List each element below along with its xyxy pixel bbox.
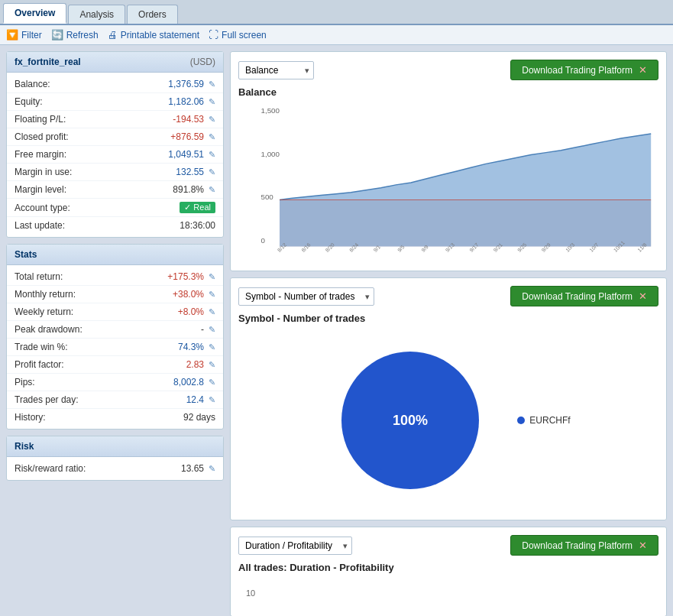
risk-card: Risk Risk/reward ratio: 13.65 ✎ xyxy=(6,436,224,481)
close-icon-trades[interactable]: ✕ xyxy=(639,290,647,302)
stat-row-floating-pl: Floating P/L: -194.53 ✎ xyxy=(7,111,223,128)
profitability-chart-card: Duration / Profitability Download Tradin… xyxy=(230,527,667,616)
stat-row-closed-profit: Closed profit: +876.59 ✎ xyxy=(7,128,223,146)
balance-chart-controls: Balance Equity Floating P/L Download Tra… xyxy=(238,60,658,80)
stat-row-margin-level: Margin level: 891.8% ✎ xyxy=(7,181,223,199)
filter-button[interactable]: 🔽 Filter xyxy=(6,29,42,41)
edit-icon-total-return[interactable]: ✎ xyxy=(209,272,215,282)
balance-select-wrapper: Balance Equity Floating P/L xyxy=(238,61,314,79)
edit-icon-weekly-return[interactable]: ✎ xyxy=(209,307,215,317)
tab-overview[interactable]: Overview xyxy=(3,3,66,24)
edit-icon-margin-use[interactable]: ✎ xyxy=(209,167,215,177)
trades-chart-controls: Symbol - Number of trades Download Tradi… xyxy=(238,286,658,306)
pie-chart-container: 100% EURCHFf xyxy=(238,329,658,512)
edit-icon-risk-reward[interactable]: ✎ xyxy=(209,464,215,474)
stat-row-monthly-return: Monthly return: +38.0% ✎ xyxy=(7,286,223,303)
edit-icon-trades-per-day[interactable]: ✎ xyxy=(209,395,215,405)
svg-text:1,000: 1,000 xyxy=(260,150,280,158)
stats-card: Stats Total return: +175.3% ✎ Monthly re… xyxy=(6,244,224,430)
close-icon-profitability[interactable]: ✕ xyxy=(639,540,647,551)
profitability-chart-controls: Duration / Profitability Download Tradin… xyxy=(238,535,658,556)
stat-row-pips: Pips: 8,002.8 ✎ xyxy=(7,374,223,391)
risk-card-body: Risk/reward ratio: 13.65 ✎ xyxy=(7,457,223,480)
toolbar: 🔽 Filter 🔄 Refresh 🖨 Printable statement… xyxy=(0,25,673,45)
printable-button[interactable]: 🖨 Printable statement xyxy=(108,29,199,41)
edit-icon-balance[interactable]: ✎ xyxy=(209,79,215,89)
svg-marker-5 xyxy=(280,134,651,246)
stat-row-history: History: 92 days xyxy=(7,409,223,426)
account-currency: (USD) xyxy=(190,57,215,67)
tab-orders[interactable]: Orders xyxy=(127,5,178,24)
trades-chart-card: Symbol - Number of trades Download Tradi… xyxy=(230,277,667,520)
right-panel: Balance Equity Floating P/L Download Tra… xyxy=(230,51,667,616)
pie-legend-label: EURCHFf xyxy=(529,415,570,426)
profitability-chart-placeholder: 10 xyxy=(238,578,658,608)
account-card-header: fx_fortnite_real (USD) xyxy=(7,52,223,73)
stat-row-trades-per-day: Trades per day: 12.4 ✎ xyxy=(7,391,223,409)
refresh-icon: 🔄 xyxy=(51,29,63,41)
svg-text:100%: 100% xyxy=(393,413,428,428)
edit-icon-closed-profit[interactable]: ✎ xyxy=(209,132,215,142)
svg-text:1,500: 1,500 xyxy=(260,106,280,115)
stat-row-free-margin: Free margin: 1,049.51 ✎ xyxy=(7,146,223,164)
stats-card-body: Total return: +175.3% ✎ Monthly return: … xyxy=(7,265,223,429)
svg-text:0: 0 xyxy=(260,236,265,245)
edit-icon-peak-drawdown[interactable]: ✎ xyxy=(209,325,215,335)
balance-chart-title: Balance xyxy=(238,86,658,98)
trades-dropdown[interactable]: Symbol - Number of trades xyxy=(238,287,374,306)
edit-icon-profit-factor[interactable]: ✎ xyxy=(209,360,215,370)
stat-row-balance: Balance: 1,376.59 ✎ xyxy=(7,76,223,93)
edit-icon-free-margin[interactable]: ✎ xyxy=(209,150,215,160)
fullscreen-icon: ⛶ xyxy=(209,29,218,41)
profitability-select-wrapper: Duration / Profitability xyxy=(238,537,352,555)
stat-row-peak-drawdown: Peak drawdown: - ✎ xyxy=(7,321,223,339)
filter-icon: 🔽 xyxy=(6,29,18,41)
stats-title: Stats xyxy=(15,249,37,260)
stats-card-header: Stats xyxy=(7,245,223,265)
download-trading-btn-profitability[interactable]: Download Trading Platform ✕ xyxy=(510,535,658,556)
stat-row-margin-in-use: Margin in use: 132.55 ✎ xyxy=(7,164,223,181)
real-badge: ✓ Real xyxy=(180,202,215,213)
account-card-body: Balance: 1,376.59 ✎ Equity: 1,182.06 ✎ F… xyxy=(7,73,223,237)
edit-icon-pips[interactable]: ✎ xyxy=(209,378,215,387)
print-icon: 🖨 xyxy=(108,29,118,41)
refresh-button[interactable]: 🔄 Refresh xyxy=(51,29,99,41)
profitability-dropdown[interactable]: Duration / Profitability xyxy=(238,537,352,555)
trades-chart-title: Symbol - Number of trades xyxy=(238,313,658,324)
stat-row-equity: Equity: 1,182.06 ✎ xyxy=(7,93,223,111)
left-panel: fx_fortnite_real (USD) Balance: 1,376.59… xyxy=(6,51,224,616)
fullscreen-button[interactable]: ⛶ Full screen xyxy=(209,29,267,41)
account-title: fx_fortnite_real xyxy=(15,57,81,67)
svg-text:500: 500 xyxy=(260,193,273,202)
stat-row-weekly-return: Weekly return: +8.0% ✎ xyxy=(7,303,223,321)
pie-legend-dot xyxy=(517,417,525,424)
download-trading-btn-trades[interactable]: Download Trading Platform ✕ xyxy=(510,286,658,306)
balance-chart-card: Balance Equity Floating P/L Download Tra… xyxy=(230,51,667,271)
trades-select-wrapper: Symbol - Number of trades xyxy=(238,287,374,306)
pie-legend-item: EURCHFf xyxy=(517,415,570,426)
stat-row-trade-win: Trade win %: 74.3% ✎ xyxy=(7,339,223,356)
download-trading-btn-balance[interactable]: Download Trading Platform ✕ xyxy=(510,60,658,80)
stat-row-profit-factor: Profit factor: 2.83 ✎ xyxy=(7,356,223,374)
account-card: fx_fortnite_real (USD) Balance: 1,376.59… xyxy=(6,51,224,238)
pie-legend: EURCHFf xyxy=(517,415,570,426)
stat-row-last-update: Last update: 18:36:00 xyxy=(7,217,223,234)
balance-dropdown[interactable]: Balance Equity Floating P/L xyxy=(238,61,314,79)
risk-title: Risk xyxy=(15,441,34,452)
edit-icon-equity[interactable]: ✎ xyxy=(209,97,215,107)
edit-icon-trade-win[interactable]: ✎ xyxy=(209,342,215,352)
profitability-chart-title: All trades: Duration - Profitability xyxy=(238,562,658,573)
balance-chart-area: 1,500 1,000 500 0 8/12 8/16 xyxy=(238,102,658,263)
tab-analysis[interactable]: Analysis xyxy=(68,5,125,24)
close-icon-balance[interactable]: ✕ xyxy=(639,64,647,76)
edit-icon-monthly-return[interactable]: ✎ xyxy=(209,290,215,300)
tabs-bar: Overview Analysis Orders xyxy=(0,0,673,25)
risk-card-header: Risk xyxy=(7,436,223,457)
edit-icon-margin-level[interactable]: ✎ xyxy=(209,185,215,195)
stat-row-account-type: Account type: ✓ Real xyxy=(7,199,223,217)
stat-row-risk-reward: Risk/reward ratio: 13.65 ✎ xyxy=(7,460,223,477)
main-content: fx_fortnite_real (USD) Balance: 1,376.59… xyxy=(0,45,673,616)
edit-icon-floating[interactable]: ✎ xyxy=(209,115,215,125)
stat-row-total-return: Total return: +175.3% ✎ xyxy=(7,268,223,286)
